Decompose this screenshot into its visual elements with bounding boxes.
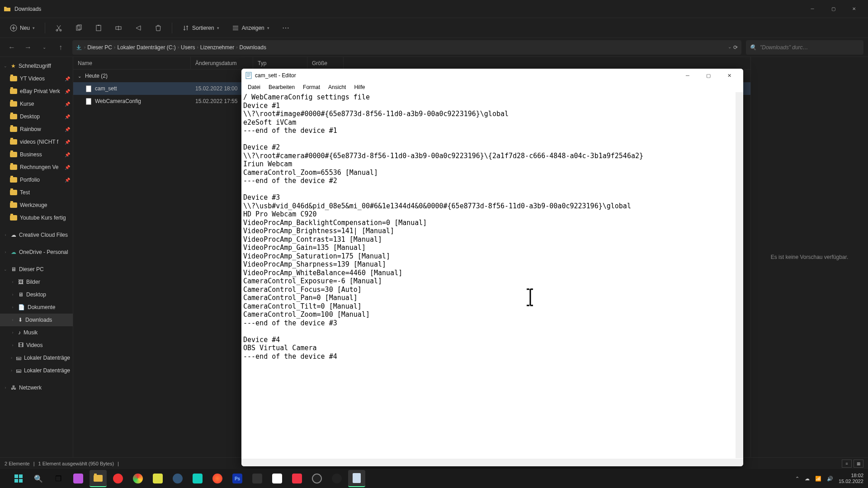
copy-button[interactable] [71,21,87,35]
notepad-close[interactable]: ✕ [719,69,740,82]
sidebar-item[interactable]: videos (NICHT f📌 [0,136,73,148]
delete-button[interactable] [150,21,166,35]
nav-up-chevron[interactable]: ⌄ [37,40,52,55]
more-button[interactable]: ⋯ [278,21,294,35]
file-icon [86,85,91,92]
drive-icon: 🖴 [16,367,21,374]
sidebar-item[interactable]: ›📄Dokumente [0,301,73,314]
sidebar-item[interactable]: ›♪Musik [0,326,73,339]
sidebar-item[interactable]: Rainbow📌 [0,123,73,136]
sidebar-creative-cloud[interactable]: ›☁Creative Cloud Files [0,229,73,241]
taskbar-opera[interactable] [109,470,127,487]
menu-format[interactable]: Format [299,83,324,91]
breadcrumb[interactable]: Users [181,44,195,51]
explorer-minimize[interactable]: ─ [802,2,823,16]
sidebar-item[interactable]: ›🖼Bilder [0,276,73,288]
tray-volume-icon[interactable]: 🔊 [827,476,833,482]
notepad-minimize[interactable]: ─ [677,69,698,82]
nav-back[interactable]: ← [5,40,19,55]
svg-rect-13 [19,479,23,483]
sidebar-item[interactable]: ›🖴Lokaler Datenträge [0,352,73,364]
sidebar-item[interactable]: Portfolio📌 [0,174,73,186]
sidebar-item[interactable]: ›🖥Desktop [0,288,73,301]
pin-icon: 📌 [65,127,70,132]
sidebar-this-pc[interactable]: ⌄🖥Dieser PC [0,263,73,276]
tray-chevron-icon[interactable]: ⌃ [795,476,799,482]
sidebar-network[interactable]: ›🖧Netzwerk [0,381,73,394]
taskbar-app[interactable] [288,470,306,487]
rename-button[interactable] [110,21,127,35]
taskbar-clock[interactable]: 18:02 15.02.2022 [839,473,863,484]
scrollbar-vertical[interactable] [736,92,743,458]
notepad-window: cam_sett - Editor ─ ▢ ✕ Datei Bearbeiten… [241,69,743,466]
taskbar-app[interactable] [70,470,87,487]
menu-help[interactable]: Hilfe [350,83,368,91]
scrollbar-horizontal[interactable] [241,459,736,466]
sidebar-item[interactable]: eBay Privat Verk📌 [0,85,73,98]
cloud-icon: ☁ [11,249,16,255]
taskbar-app[interactable] [328,470,345,487]
view-button[interactable]: Anzeigen ▾ [227,21,274,35]
taskbar-app[interactable] [269,470,286,487]
col-date[interactable]: Änderungsdatum [191,57,253,69]
col-type[interactable]: Typ [253,57,307,69]
nav-forward[interactable]: → [21,40,35,55]
sidebar-item[interactable]: Youtube Kurs fertig [0,211,73,224]
chevron-down-icon[interactable]: ⌄ [728,44,731,51]
taskbar-obs[interactable] [308,470,326,487]
taskbar-explorer[interactable] [90,470,107,487]
sort-icon [182,24,189,32]
paste-button[interactable] [90,21,107,35]
taskbar-chrome[interactable] [129,470,146,487]
taskbar-notepad[interactable] [348,470,365,487]
sidebar-item[interactable]: Business📌 [0,148,73,161]
explorer-close[interactable]: ✕ [844,2,864,16]
sidebar-item[interactable]: Kurse📌 [0,98,73,110]
breadcrumb[interactable]: Lokaler Datenträger (C:) [117,44,175,51]
menu-view[interactable]: Ansicht [325,83,349,91]
svg-rect-9 [246,72,251,79]
sidebar-item[interactable]: ›🎞Videos [0,339,73,352]
col-name[interactable]: Name [73,57,191,69]
address-bar[interactable]: › Dieser PC› Lokaler Datenträger (C:)› U… [72,40,741,55]
new-button[interactable]: Neu ▾ [5,21,39,35]
sidebar-item[interactable]: Desktop📌 [0,110,73,123]
start-button[interactable] [10,470,27,487]
search-input[interactable]: 🔍 "Downloads" durc… [746,40,863,55]
taskbar-photoshop[interactable]: Ps [229,470,246,487]
menu-edit[interactable]: Bearbeiten [265,83,298,91]
menu-file[interactable]: Datei [244,83,264,91]
explorer-maximize[interactable]: ▢ [823,2,844,16]
sidebar-item[interactable]: Rechnungen Ve📌 [0,161,73,174]
taskbar-taskview[interactable]: ❐ [50,470,67,487]
share-button[interactable] [130,21,146,35]
notepad-text-area[interactable]: / WebCameraConfig settings file Device #… [241,92,743,466]
tray-onedrive-icon[interactable]: ☁ [805,476,810,482]
taskbar-app[interactable] [149,470,166,487]
breadcrumb[interactable]: Downloads [240,44,266,51]
sidebar-item[interactable]: ›🖴Lokaler Datenträge [0,364,73,377]
sidebar-item[interactable]: YT Videos📌 [0,72,73,85]
sidebar-item[interactable]: Werkzeuge [0,199,73,211]
taskbar-search[interactable]: 🔍 [30,470,47,487]
sidebar-item[interactable]: Test [0,186,73,199]
cut-button[interactable] [51,21,67,35]
sidebar-onedrive[interactable]: ›☁OneDrive - Personal [0,246,73,258]
notepad-maximize[interactable]: ▢ [698,69,719,82]
taskbar-app[interactable] [169,470,186,487]
sort-button[interactable]: Sortieren ▾ [178,21,224,35]
notepad-title: cam_sett - Editor [255,72,296,79]
taskbar-firefox[interactable] [209,470,226,487]
view-large-button[interactable]: ▦ [854,460,863,468]
breadcrumb[interactable]: Dieser PC [87,44,112,51]
taskbar-app[interactable] [189,470,206,487]
sidebar-quick-access[interactable]: ⌄★Schnellzugriff [0,60,73,72]
breadcrumb[interactable]: Lizenznehmer [200,44,234,51]
taskbar-app[interactable] [249,470,266,487]
sidebar-item-downloads[interactable]: ›⬇Downloads [0,314,73,326]
tray-wifi-icon[interactable]: 📶 [815,476,821,482]
col-size[interactable]: Größe [307,57,344,69]
refresh-icon[interactable]: ⟳ [733,44,738,51]
view-details-button[interactable]: ≡ [842,460,852,468]
nav-up[interactable]: ↑ [53,40,68,55]
